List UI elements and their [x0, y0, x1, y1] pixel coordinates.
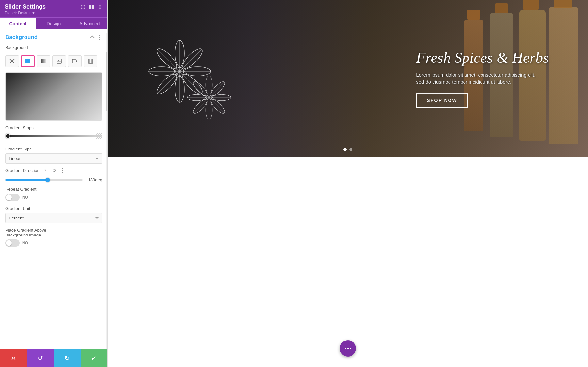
svg-line-49 — [209, 82, 224, 97]
gradient-stop-dark[interactable] — [5, 133, 10, 139]
gradient-unit-label: Gradient Unit — [5, 206, 102, 211]
gradient-direction-label: Gradient Direction — [5, 168, 40, 173]
gradient-type-label: Gradient Type — [5, 147, 102, 151]
direction-slider-track[interactable] — [5, 179, 83, 181]
fab-button[interactable] — [340, 340, 356, 357]
svg-point-2 — [99, 5, 101, 6]
direction-help-icon[interactable]: ? — [41, 167, 49, 174]
fullscreen-icon[interactable] — [80, 4, 86, 10]
preset-chevron: ▼ — [31, 11, 35, 15]
fab-dot-1 — [345, 348, 346, 349]
undo-button[interactable]: ↺ — [27, 349, 54, 367]
repeat-gradient-toggle-wrap: NO — [5, 194, 102, 201]
bg-type-icons — [0, 54, 107, 71]
svg-rect-14 — [72, 59, 76, 63]
gradient-stops-bar — [5, 133, 102, 139]
panel-tabs: Content Design Advanced — [0, 17, 107, 29]
panel-header: Slider Settings Preset: Default ▼ — [0, 0, 107, 17]
direction-slider-thumb[interactable] — [45, 178, 50, 182]
svg-line-55 — [194, 82, 209, 97]
svg-point-3 — [99, 6, 101, 8]
background-field-label: Background — [5, 45, 102, 50]
left-scroll-track[interactable] — [106, 33, 107, 349]
svg-rect-12 — [57, 59, 61, 63]
slider-dot-1[interactable] — [343, 148, 347, 151]
svg-line-35 — [158, 71, 180, 93]
bg-image-btn[interactable] — [52, 55, 66, 67]
bg-none-btn[interactable] — [5, 55, 19, 67]
bg-pattern-btn[interactable] — [84, 55, 97, 67]
svg-rect-15 — [88, 59, 93, 63]
svg-point-6 — [99, 37, 100, 38]
bottle-4 — [549, 7, 578, 144]
redo-button[interactable]: ↻ — [54, 349, 81, 367]
toggle-knob — [6, 194, 12, 200]
fab-dot-2 — [347, 348, 349, 349]
gradient-type-select[interactable]: Linear Radial Conic — [5, 153, 102, 164]
cork-3 — [523, 0, 539, 10]
collapse-icon[interactable] — [90, 35, 95, 40]
bg-gradient-btn[interactable] — [37, 55, 50, 67]
panel-footer: ✕ ↺ ↻ ✓ — [0, 349, 107, 367]
slider-content: Fresh Spices & Herbs Lorem ipsum dolor s… — [416, 49, 549, 108]
repeat-gradient-group: Repeat Gradient NO — [0, 185, 107, 204]
tab-advanced[interactable]: Advanced — [72, 18, 107, 29]
slider-dot-2[interactable] — [349, 148, 352, 151]
panel-header-left: Slider Settings Preset: Default ▼ — [5, 3, 46, 15]
place-gradient-toggle-wrap: NO — [5, 239, 102, 247]
bg-video-btn[interactable] — [68, 55, 82, 67]
more-icon[interactable] — [97, 4, 103, 10]
gradient-stop-transparent[interactable] — [96, 133, 102, 139]
slider-description: Lorem ipsum dolor sit amet, consectetur … — [416, 71, 549, 86]
gradient-track — [5, 135, 102, 137]
gradient-unit-select[interactable]: Percent Pixel — [5, 213, 102, 223]
image-bg-icon — [56, 58, 62, 64]
cork-4 — [554, 0, 572, 8]
svg-point-5 — [99, 35, 100, 36]
section-title-background: Background — [5, 34, 38, 41]
spice-flower-svg — [147, 19, 258, 137]
gradient-direction-row: Gradient Direction ? ↺ ⋮ — [0, 167, 107, 175]
place-gradient-group: Place Gradient Above Background Image NO — [0, 226, 107, 250]
gradient-unit-group: Gradient Unit Percent Pixel — [0, 204, 107, 226]
shop-now-button[interactable]: ShoP Now — [416, 93, 468, 108]
video-bg-icon — [72, 58, 78, 64]
pattern-bg-icon — [88, 58, 93, 64]
svg-line-53 — [194, 97, 209, 113]
repeat-gradient-value: NO — [22, 195, 28, 200]
left-scroll-thumb[interactable] — [106, 52, 107, 111]
direction-value: 139deg — [85, 177, 102, 182]
preset-label[interactable]: Preset: Default ▼ — [5, 11, 46, 15]
gradient-type-group: Gradient Type Linear Radial Conic — [0, 145, 107, 167]
fab-dot-3 — [350, 348, 351, 349]
svg-rect-1 — [92, 5, 94, 9]
tab-design[interactable]: Design — [36, 18, 72, 29]
save-button[interactable]: ✓ — [81, 349, 107, 367]
tab-content[interactable]: Content — [0, 18, 36, 29]
columns-icon[interactable] — [89, 4, 94, 10]
panel-title: Slider Settings — [5, 3, 46, 10]
svg-line-51 — [209, 97, 224, 113]
background-field: Background — [0, 43, 107, 54]
section-more-icon[interactable] — [97, 35, 102, 40]
section-header-background: Background — [0, 29, 107, 43]
svg-line-33 — [180, 71, 202, 93]
svg-point-13 — [58, 60, 59, 61]
cork-2 — [495, 3, 508, 13]
color-bg-icon — [25, 58, 31, 64]
section-header-actions — [90, 35, 102, 40]
svg-rect-0 — [89, 5, 91, 9]
place-gradient-toggle-knob — [6, 240, 12, 246]
cancel-button[interactable]: ✕ — [0, 349, 27, 367]
gradient-stops-label: Gradient Stops — [0, 125, 107, 130]
repeat-gradient-toggle[interactable] — [5, 194, 20, 201]
svg-line-37 — [158, 49, 180, 71]
slider-preview: Fresh Spices & Herbs Lorem ipsum dolor s… — [108, 0, 588, 157]
direction-more-icon[interactable]: ⋮ — [60, 167, 66, 174]
direction-reset-icon[interactable]: ↺ — [51, 167, 58, 174]
gradient-preview — [5, 72, 102, 121]
place-gradient-toggle[interactable] — [5, 239, 20, 247]
svg-point-7 — [99, 39, 100, 40]
cork-1 — [467, 10, 480, 20]
bg-color-btn[interactable] — [21, 55, 35, 67]
